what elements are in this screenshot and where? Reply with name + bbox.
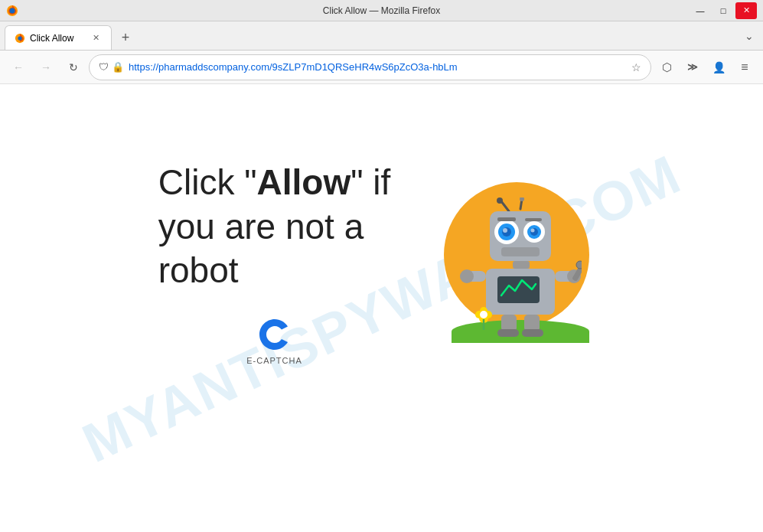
main-heading-line1: Click "Allow" if <box>158 161 391 205</box>
heading-part1: Click " <box>158 162 257 202</box>
tab-favicon-icon <box>15 33 25 44</box>
svg-line-4 <box>501 201 509 211</box>
address-bar-security-icons: 🛡 🔒 <box>99 61 124 73</box>
browser-content: MYANTISPYWARE.COM Click "Allow" if you a… <box>0 84 763 532</box>
close-button[interactable]: ✕ <box>735 2 757 19</box>
main-heading-line3: robot <box>158 249 391 293</box>
robot-illustration <box>436 175 605 351</box>
page-content: Click "Allow" if you are not a robot E-C… <box>158 161 605 365</box>
back-icon: ← <box>13 61 24 73</box>
back-button[interactable]: ← <box>6 55 31 80</box>
svg-point-24 <box>460 269 474 283</box>
bookmark-star-icon[interactable]: ☆ <box>631 61 641 73</box>
robot-body <box>459 197 582 342</box>
forward-icon: → <box>41 61 51 73</box>
menu-button[interactable]: ≡ <box>732 55 757 80</box>
svg-point-1 <box>10 8 15 13</box>
nav-right-buttons: ⬡ ≫ 👤 ≡ <box>654 55 757 80</box>
pocket-icon: ⬡ <box>662 60 672 74</box>
svg-rect-19 <box>501 247 540 256</box>
svg-rect-30 <box>524 315 540 331</box>
window-title: Click Allow — Mozilla Firefox <box>323 5 440 16</box>
maximize-button[interactable]: □ <box>712 2 734 19</box>
ecaptcha-logo: E-CAPTCHA <box>158 316 391 365</box>
svg-rect-29 <box>501 315 517 331</box>
svg-point-7 <box>520 197 524 201</box>
url-text: https://pharmaddscompany.com/9sZLP7mD1QR… <box>129 61 627 73</box>
address-bar[interactable]: 🛡 🔒 https://pharmaddscompany.com/9sZLP7m… <box>89 54 651 80</box>
svg-point-16 <box>531 229 535 233</box>
firefox-logo-icon <box>6 5 18 17</box>
nav-bar: ← → ↻ 🛡 🔒 https://pharmaddscompany.com/9… <box>0 51 763 84</box>
new-tab-button[interactable]: + <box>115 27 136 48</box>
robot-svg <box>459 197 582 339</box>
title-bar: Click Allow — Mozilla Firefox — □ ✕ <box>0 0 763 21</box>
heading-part2: " if <box>351 162 390 202</box>
svg-point-3 <box>18 36 21 40</box>
svg-point-37 <box>480 311 487 318</box>
heading-bold: Allow <box>257 162 351 202</box>
svg-rect-31 <box>497 329 519 337</box>
left-content: Click "Allow" if you are not a robot E-C… <box>158 161 391 365</box>
reload-button[interactable]: ↻ <box>61 55 86 80</box>
active-tab[interactable]: Click Allow ✕ <box>5 25 112 50</box>
ecaptcha-c-icon <box>256 316 293 353</box>
reload-icon: ↻ <box>69 61 78 73</box>
svg-rect-22 <box>497 276 540 303</box>
main-heading-line2: you are not a <box>158 205 391 250</box>
hamburger-menu-icon: ≡ <box>741 60 748 74</box>
minimize-button[interactable]: — <box>690 2 711 19</box>
ecaptcha-label: E-CAPTCHA <box>246 356 302 365</box>
extensions-button[interactable]: ≫ <box>680 55 705 80</box>
tab-bar: Click Allow ✕ + ⌄ <box>0 21 763 51</box>
svg-rect-32 <box>522 329 543 337</box>
extensions-icon: ≫ <box>687 61 698 73</box>
svg-point-28 <box>576 261 582 269</box>
profile-button[interactable]: 👤 <box>706 55 731 80</box>
svg-rect-20 <box>513 261 530 269</box>
svg-point-5 <box>497 197 503 204</box>
svg-rect-17 <box>497 217 516 221</box>
shield-icon: 🛡 <box>99 61 109 73</box>
title-bar-left <box>6 5 18 17</box>
svg-point-12 <box>503 228 507 233</box>
pocket-button[interactable]: ⬡ <box>654 55 679 80</box>
tab-label: Click Allow <box>30 33 85 44</box>
svg-rect-18 <box>525 218 542 221</box>
lock-icon: 🔒 <box>112 61 124 73</box>
tab-close-button[interactable]: ✕ <box>90 32 102 44</box>
tab-overflow-button[interactable]: ⌄ <box>740 27 758 45</box>
main-text-block: Click "Allow" if you are not a robot <box>158 161 391 293</box>
window-controls[interactable]: — □ ✕ <box>690 2 757 19</box>
forward-button[interactable]: → <box>34 55 58 80</box>
profile-icon: 👤 <box>712 61 726 73</box>
